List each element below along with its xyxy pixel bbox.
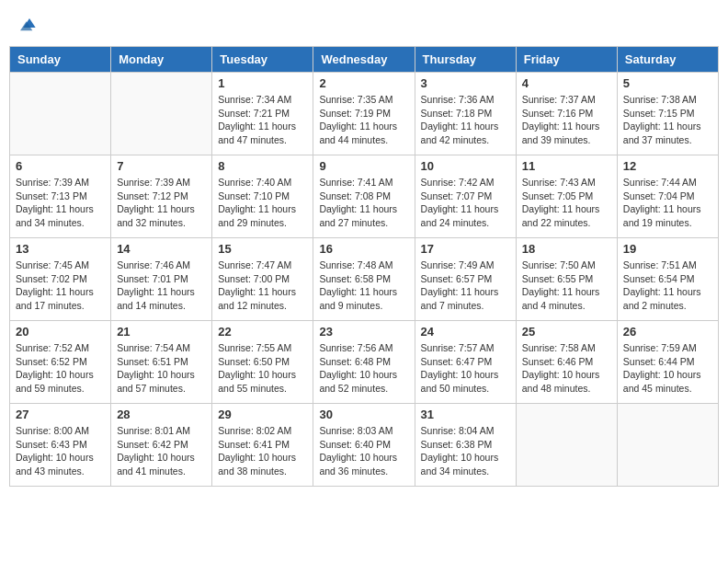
week-row-2: 6Sunrise: 7:39 AM Sunset: 7:13 PM Daylig…	[10, 155, 719, 238]
day-number: 16	[319, 242, 408, 256]
day-info: Sunrise: 7:37 AM Sunset: 7:16 PM Dayligh…	[522, 93, 611, 147]
day-number: 24	[421, 325, 510, 339]
calendar-cell: 6Sunrise: 7:39 AM Sunset: 7:13 PM Daylig…	[10, 155, 111, 238]
day-number: 29	[218, 408, 307, 421]
day-number: 2	[319, 76, 408, 90]
calendar-cell: 27Sunrise: 8:00 AM Sunset: 6:43 PM Dayli…	[10, 404, 111, 487]
calendar-cell: 4Sunrise: 7:37 AM Sunset: 7:16 PM Daylig…	[516, 73, 617, 155]
day-info: Sunrise: 7:36 AM Sunset: 7:18 PM Dayligh…	[421, 93, 510, 147]
day-number: 21	[117, 325, 206, 339]
day-number: 20	[16, 325, 105, 339]
day-info: Sunrise: 7:41 AM Sunset: 7:08 PM Dayligh…	[319, 176, 408, 230]
calendar-cell	[111, 73, 212, 155]
calendar-cell: 9Sunrise: 7:41 AM Sunset: 7:08 PM Daylig…	[313, 155, 415, 238]
calendar-table: SundayMondayTuesdayWednesdayThursdayFrid…	[9, 46, 719, 487]
weekday-header-row: SundayMondayTuesdayWednesdayThursdayFrid…	[10, 47, 719, 73]
calendar-cell: 18Sunrise: 7:50 AM Sunset: 6:55 PM Dayli…	[516, 238, 617, 321]
day-number: 23	[319, 325, 408, 339]
day-info: Sunrise: 7:38 AM Sunset: 7:15 PM Dayligh…	[623, 93, 712, 147]
calendar-cell: 28Sunrise: 8:01 AM Sunset: 6:42 PM Dayli…	[111, 404, 212, 487]
calendar-cell: 2Sunrise: 7:35 AM Sunset: 7:19 PM Daylig…	[313, 73, 415, 155]
day-info: Sunrise: 7:39 AM Sunset: 7:12 PM Dayligh…	[117, 176, 206, 230]
day-info: Sunrise: 7:44 AM Sunset: 7:04 PM Dayligh…	[623, 176, 712, 230]
logo	[18, 14, 39, 32]
calendar-cell: 30Sunrise: 8:03 AM Sunset: 6:40 PM Dayli…	[313, 404, 415, 487]
weekday-header-saturday: Saturday	[617, 47, 718, 73]
page-header	[9, 9, 719, 37]
day-info: Sunrise: 7:59 AM Sunset: 6:44 PM Dayligh…	[623, 341, 712, 396]
day-number: 28	[117, 408, 206, 421]
calendar-cell: 23Sunrise: 7:56 AM Sunset: 6:48 PM Dayli…	[313, 321, 415, 404]
day-number: 9	[319, 159, 408, 173]
calendar-cell: 19Sunrise: 7:51 AM Sunset: 6:54 PM Dayli…	[617, 238, 718, 321]
day-info: Sunrise: 7:54 AM Sunset: 6:51 PM Dayligh…	[117, 341, 206, 396]
calendar-cell: 13Sunrise: 7:45 AM Sunset: 7:02 PM Dayli…	[10, 238, 111, 321]
day-number: 5	[623, 76, 712, 90]
day-number: 10	[421, 159, 510, 173]
weekday-header-wednesday: Wednesday	[313, 47, 415, 73]
weekday-header-thursday: Thursday	[415, 47, 516, 73]
calendar-cell: 25Sunrise: 7:58 AM Sunset: 6:46 PM Dayli…	[516, 321, 617, 404]
day-number: 13	[16, 242, 105, 256]
calendar-cell: 10Sunrise: 7:42 AM Sunset: 7:07 PM Dayli…	[415, 155, 516, 238]
day-info: Sunrise: 7:40 AM Sunset: 7:10 PM Dayligh…	[218, 176, 307, 230]
calendar-cell: 12Sunrise: 7:44 AM Sunset: 7:04 PM Dayli…	[617, 155, 718, 238]
day-info: Sunrise: 7:39 AM Sunset: 7:13 PM Dayligh…	[16, 176, 105, 230]
day-number: 17	[421, 242, 510, 256]
day-info: Sunrise: 8:04 AM Sunset: 6:38 PM Dayligh…	[421, 424, 510, 478]
calendar-cell: 22Sunrise: 7:55 AM Sunset: 6:50 PM Dayli…	[212, 321, 313, 404]
day-info: Sunrise: 7:49 AM Sunset: 6:57 PM Dayligh…	[421, 259, 510, 313]
day-info: Sunrise: 7:52 AM Sunset: 6:52 PM Dayligh…	[16, 341, 105, 396]
day-number: 25	[522, 325, 611, 339]
calendar-cell: 1Sunrise: 7:34 AM Sunset: 7:21 PM Daylig…	[212, 73, 313, 155]
day-number: 27	[16, 408, 105, 421]
day-number: 12	[623, 159, 712, 173]
calendar-cell: 24Sunrise: 7:57 AM Sunset: 6:47 PM Dayli…	[415, 321, 516, 404]
weekday-header-monday: Monday	[111, 47, 212, 73]
day-info: Sunrise: 8:02 AM Sunset: 6:41 PM Dayligh…	[218, 424, 307, 478]
day-number: 4	[522, 76, 611, 90]
calendar-cell: 8Sunrise: 7:40 AM Sunset: 7:10 PM Daylig…	[212, 155, 313, 238]
weekday-header-sunday: Sunday	[10, 47, 111, 73]
calendar-cell	[10, 73, 111, 155]
calendar-cell: 3Sunrise: 7:36 AM Sunset: 7:18 PM Daylig…	[415, 73, 516, 155]
calendar-cell: 21Sunrise: 7:54 AM Sunset: 6:51 PM Dayli…	[111, 321, 212, 404]
weekday-header-friday: Friday	[516, 47, 617, 73]
calendar-cell	[516, 404, 617, 487]
day-number: 30	[319, 408, 408, 421]
day-number: 15	[218, 242, 307, 256]
calendar-cell: 29Sunrise: 8:02 AM Sunset: 6:41 PM Dayli…	[212, 404, 313, 487]
day-info: Sunrise: 7:35 AM Sunset: 7:19 PM Dayligh…	[319, 93, 408, 147]
day-number: 31	[421, 408, 510, 421]
calendar-cell: 14Sunrise: 7:46 AM Sunset: 7:01 PM Dayli…	[111, 238, 212, 321]
day-info: Sunrise: 7:46 AM Sunset: 7:01 PM Dayligh…	[117, 259, 206, 313]
calendar-cell: 5Sunrise: 7:38 AM Sunset: 7:15 PM Daylig…	[617, 73, 718, 155]
calendar-cell: 20Sunrise: 7:52 AM Sunset: 6:52 PM Dayli…	[10, 321, 111, 404]
day-number: 14	[117, 242, 206, 256]
day-info: Sunrise: 7:48 AM Sunset: 6:58 PM Dayligh…	[319, 259, 408, 313]
calendar-cell: 31Sunrise: 8:04 AM Sunset: 6:38 PM Dayli…	[415, 404, 516, 487]
day-info: Sunrise: 7:58 AM Sunset: 6:46 PM Dayligh…	[522, 341, 611, 396]
calendar-cell: 15Sunrise: 7:47 AM Sunset: 7:00 PM Dayli…	[212, 238, 313, 321]
day-number: 1	[218, 76, 307, 90]
calendar-cell: 26Sunrise: 7:59 AM Sunset: 6:44 PM Dayli…	[617, 321, 718, 404]
day-info: Sunrise: 7:43 AM Sunset: 7:05 PM Dayligh…	[522, 176, 611, 230]
day-number: 19	[623, 242, 712, 256]
week-row-1: 1Sunrise: 7:34 AM Sunset: 7:21 PM Daylig…	[10, 73, 719, 155]
day-number: 7	[117, 159, 206, 173]
day-info: Sunrise: 7:34 AM Sunset: 7:21 PM Dayligh…	[218, 93, 307, 147]
week-row-5: 27Sunrise: 8:00 AM Sunset: 6:43 PM Dayli…	[10, 404, 719, 487]
day-number: 11	[522, 159, 611, 173]
day-info: Sunrise: 7:47 AM Sunset: 7:00 PM Dayligh…	[218, 259, 307, 313]
day-info: Sunrise: 7:51 AM Sunset: 6:54 PM Dayligh…	[623, 259, 712, 313]
day-info: Sunrise: 7:42 AM Sunset: 7:07 PM Dayligh…	[421, 176, 510, 230]
logo-icon	[20, 14, 39, 32]
day-info: Sunrise: 8:01 AM Sunset: 6:42 PM Dayligh…	[117, 424, 206, 478]
day-info: Sunrise: 7:57 AM Sunset: 6:47 PM Dayligh…	[421, 341, 510, 396]
day-number: 18	[522, 242, 611, 256]
day-number: 26	[623, 325, 712, 339]
day-number: 8	[218, 159, 307, 173]
calendar-cell: 17Sunrise: 7:49 AM Sunset: 6:57 PM Dayli…	[415, 238, 516, 321]
day-info: Sunrise: 8:00 AM Sunset: 6:43 PM Dayligh…	[16, 424, 105, 478]
weekday-header-tuesday: Tuesday	[212, 47, 313, 73]
